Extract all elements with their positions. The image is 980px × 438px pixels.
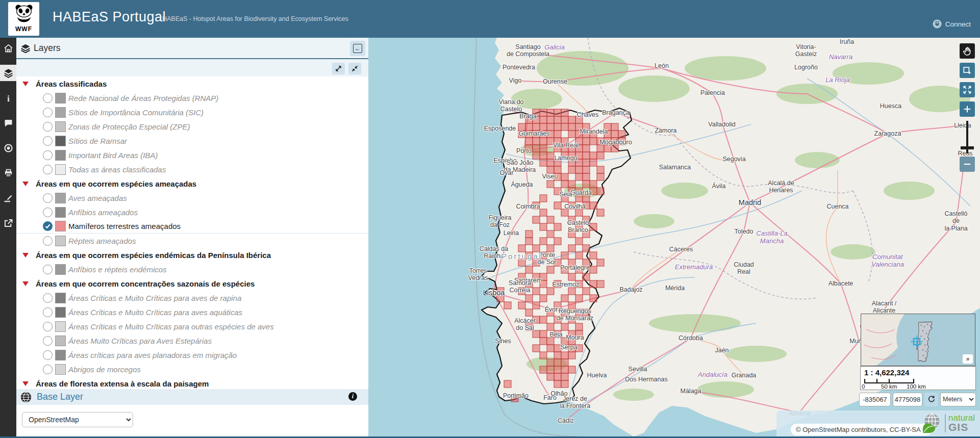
- hotspot-cell: [575, 295, 583, 302]
- layer-group-heading[interactable]: Áreas em que ocorrem concentrações sazon…: [16, 276, 368, 291]
- zoom-slider-handle[interactable]: [961, 146, 974, 149]
- sidebar-item-locate[interactable]: [0, 140, 16, 156]
- layer-item[interactable]: Anfíbios ameaçados: [16, 205, 368, 219]
- sidebar-item-info[interactable]: i: [0, 90, 16, 106]
- radio-icon[interactable]: [43, 307, 53, 317]
- app-root: WWF HABEaS Portugal HABEaS - Hotspot Are…: [0, 0, 980, 438]
- sidebar-item-export[interactable]: [0, 215, 16, 231]
- hotspot-cell: [554, 366, 561, 373]
- sidebar-item-comment[interactable]: [0, 115, 16, 131]
- hotspot-cell: [547, 288, 554, 295]
- sidebar-item-print[interactable]: [0, 165, 16, 181]
- hotspot-cell: [504, 380, 511, 388]
- zoom-box-icon: [962, 65, 972, 75]
- radio-icon[interactable]: [43, 108, 53, 117]
- layer-item[interactable]: Important Bird Areas (IBA): [16, 148, 368, 162]
- map-area[interactable]: Santiago de CompostelaPontevedraVigoOure…: [368, 38, 980, 436]
- zoom-out-button[interactable]: [960, 157, 975, 172]
- sidebar: i: [0, 38, 16, 436]
- layer-item[interactable]: Rede Nacional de Áreas Protegidas (RNAP): [16, 91, 368, 105]
- layer-item[interactable]: Anfíbios e répteis endémicos: [16, 262, 368, 276]
- layer-group-heading[interactable]: Áreas em que ocorrem espécies ameaçadas: [16, 176, 368, 191]
- hotspot-cell: [583, 138, 590, 145]
- info-icon[interactable]: i: [348, 392, 357, 401]
- radio-icon[interactable]: [43, 265, 53, 274]
- layer-group-heading[interactable]: Áreas classificadas: [16, 76, 368, 91]
- radio-icon[interactable]: [43, 165, 53, 174]
- layer-item[interactable]: Abrigos de morcegos: [16, 362, 368, 376]
- layer-item[interactable]: Sítios de Ramsar: [16, 134, 368, 148]
- hotspot-cell: [561, 181, 568, 188]
- hotspot-cell: [525, 230, 533, 238]
- layer-item[interactable]: Áreas Muito Críticas para Aves Estepária…: [16, 333, 368, 348]
- hotspot-cell: [583, 131, 590, 138]
- hotspot-cell: [611, 131, 618, 138]
- zoom-extent-button[interactable]: [960, 82, 975, 97]
- layer-item-label: Important Bird Areas (IBA): [68, 151, 158, 160]
- radio-checked-icon[interactable]: [43, 221, 53, 231]
- collapse-all-button[interactable]: [348, 63, 361, 74]
- hotspot-cell: [583, 230, 590, 238]
- layer-item[interactable]: Aves ameaçadas: [16, 191, 368, 205]
- layer-item[interactable]: Todas as áreas classificadas: [16, 162, 368, 176]
- hotspot-cell: [525, 138, 533, 145]
- overview-expand-button[interactable]: »: [963, 354, 973, 364]
- naturalgis-globe-icon: [919, 411, 943, 435]
- radio-icon[interactable]: [43, 350, 53, 360]
- layer-item[interactable]: Áreas críticas para aves planadoras em m…: [16, 348, 368, 362]
- refresh-coords-button[interactable]: [924, 393, 938, 406]
- layer-item-label: Áreas Críticas e Muito Críticas para out…: [68, 322, 274, 331]
- radio-icon[interactable]: [43, 93, 53, 103]
- layer-group-heading[interactable]: Áreas em que ocorrem espécies endémicas …: [16, 248, 368, 262]
- pan-hand-button[interactable]: [960, 43, 975, 59]
- hotspot-cell: [547, 359, 554, 366]
- hotspot-cell: [568, 202, 575, 209]
- base-layer-select[interactable]: OpenStreetMap: [22, 412, 133, 427]
- units-select[interactable]: Meters: [940, 393, 976, 406]
- zoom-slider[interactable]: [960, 121, 975, 153]
- hotspot-cell: [525, 280, 533, 288]
- sidebar-item-home[interactable]: [0, 40, 16, 56]
- layer-item-label: Anfíbios ameaçados: [68, 208, 138, 217]
- radio-icon[interactable]: [43, 193, 53, 203]
- hotspot-cell: [547, 245, 554, 252]
- radio-icon[interactable]: [43, 136, 53, 146]
- zoom-box-button[interactable]: [960, 63, 975, 78]
- radio-icon[interactable]: [43, 293, 53, 303]
- layer-group-heading[interactable]: Áreas de floresta extensa à escala da pa…: [16, 376, 368, 389]
- layer-item[interactable]: Áreas Críticas e Muito Críticas para out…: [16, 319, 368, 333]
- hotspot-cell: [561, 116, 568, 123]
- radio-icon[interactable]: [43, 365, 53, 374]
- radio-icon[interactable]: [43, 236, 53, 246]
- collapse-panel-button[interactable]: ←: [350, 41, 365, 56]
- hotspot-cell: [554, 373, 561, 380]
- radio-icon[interactable]: [43, 322, 53, 331]
- layer-item[interactable]: Áreas Críticas e Muito Críticas para ave…: [16, 305, 368, 319]
- layer-item[interactable]: Sítios de Importância Comunitária (SIC): [16, 105, 368, 119]
- radio-icon[interactable]: [43, 122, 53, 132]
- layer-swatch: [55, 336, 66, 346]
- radio-icon[interactable]: [43, 208, 53, 217]
- expand-all-button[interactable]: [332, 63, 345, 74]
- hotspot-cell: [525, 266, 533, 273]
- layer-item[interactable]: Áreas Críticas e Muito Críticas para ave…: [16, 291, 368, 305]
- coord-y-input[interactable]: [893, 393, 922, 406]
- print-icon: [3, 168, 14, 178]
- layer-swatch: [55, 164, 66, 175]
- refresh-icon: [927, 395, 936, 403]
- radio-icon[interactable]: [43, 150, 53, 160]
- sidebar-item-measure[interactable]: [0, 190, 16, 206]
- hotspot-cell: [568, 188, 575, 195]
- overview-map[interactable]: »: [861, 314, 975, 366]
- layer-item[interactable]: Répteis ameaçados: [16, 234, 368, 248]
- radio-icon[interactable]: [43, 336, 53, 346]
- hotspot-cell: [611, 145, 618, 152]
- zoom-in-button[interactable]: [960, 101, 975, 117]
- connect-button[interactable]: Connect: [933, 19, 971, 29]
- layer-item[interactable]: Zonas de Protecção Especial (ZPE): [16, 119, 368, 134]
- layer-item[interactable]: Mamíferos terrestres ameaçados: [16, 219, 368, 234]
- hotspot-cell: [575, 345, 583, 352]
- sidebar-item-layers[interactable]: [0, 65, 16, 81]
- hotspot-cell: [568, 145, 575, 152]
- coord-x-input[interactable]: [859, 393, 891, 406]
